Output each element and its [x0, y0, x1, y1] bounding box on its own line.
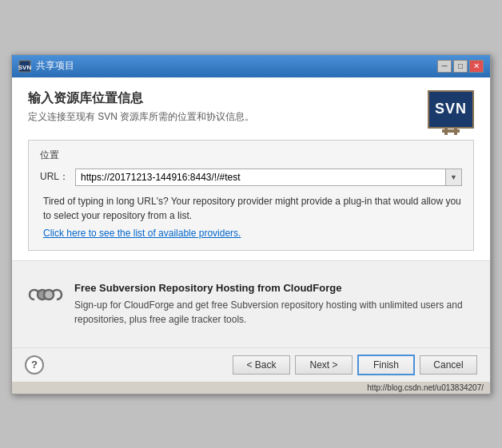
header-section: 输入资源库位置信息 定义连接至现有 SVN 资源库所需的位置和协议信息。 SVN: [28, 90, 474, 129]
status-text: http://blog.csdn.net/u013834207/: [367, 383, 484, 392]
location-box: 位置 URL： ▼ Tired of typing in long URL's?…: [28, 140, 474, 251]
cloudforge-icon: [28, 283, 63, 312]
promo-section: Free Subversion Repository Hosting from …: [28, 274, 474, 335]
cancel-button[interactable]: Cancel: [420, 355, 477, 375]
svn-logo: SVN: [428, 90, 474, 129]
svn-logo-text: SVN: [435, 101, 467, 117]
footer-left: ?: [25, 355, 44, 375]
lower-content: Free Subversion Repository Hosting from …: [12, 261, 490, 347]
svn-logo-connector: [442, 127, 460, 135]
providers-link[interactable]: Click here to see the list of available …: [40, 228, 462, 239]
promo-title: Free Subversion Repository Hosting from …: [74, 282, 474, 294]
window-title: 共享项目: [36, 59, 74, 73]
maximize-button[interactable]: □: [453, 60, 468, 73]
help-button[interactable]: ?: [25, 355, 44, 375]
page-subtitle: 定义连接至现有 SVN 资源库所需的位置和协议信息。: [28, 110, 254, 124]
svg-text:SVN: SVN: [18, 64, 31, 71]
title-bar: SVN 共享项目 ─ □ ✕: [12, 55, 490, 77]
promo-description: Sign-up for CloudForge and get free Subv…: [74, 298, 474, 327]
promo-text-section: Free Subversion Repository Hosting from …: [74, 282, 474, 327]
title-bar-left: SVN 共享项目: [18, 59, 74, 73]
url-label: URL：: [40, 170, 69, 184]
close-button[interactable]: ✕: [469, 60, 484, 73]
next-button[interactable]: Next >: [295, 355, 353, 375]
location-label: 位置: [40, 149, 462, 162]
footer: ? < Back Next > Finish Cancel: [12, 347, 490, 382]
svg-rect-3: [444, 127, 448, 135]
url-input[interactable]: [76, 169, 445, 185]
url-hint-text: Tired of typing in long URL's? Your repo…: [40, 194, 462, 223]
content-area: 输入资源库位置信息 定义连接至现有 SVN 资源库所需的位置和协议信息。 SVN…: [12, 77, 490, 261]
url-input-container: ▼: [75, 168, 462, 186]
window-icon: SVN: [18, 60, 31, 73]
finish-button[interactable]: Finish: [357, 355, 415, 375]
main-window: SVN 共享项目 ─ □ ✕ 输入资源库位置信息 定义连接至现有 SVN 资源库…: [11, 54, 491, 394]
minimize-button[interactable]: ─: [437, 60, 452, 73]
footer-buttons: < Back Next > Finish Cancel: [233, 355, 477, 375]
title-bar-controls: ─ □ ✕: [437, 60, 484, 73]
header-text: 输入资源库位置信息 定义连接至现有 SVN 资源库所需的位置和协议信息。: [28, 90, 254, 124]
svg-rect-4: [454, 127, 457, 135]
page-title: 输入资源库位置信息: [28, 90, 254, 107]
back-button[interactable]: < Back: [233, 355, 290, 375]
url-dropdown-button[interactable]: ▼: [445, 169, 461, 185]
status-bar: http://blog.csdn.net/u013834207/: [12, 382, 490, 394]
url-row: URL： ▼: [40, 168, 462, 186]
